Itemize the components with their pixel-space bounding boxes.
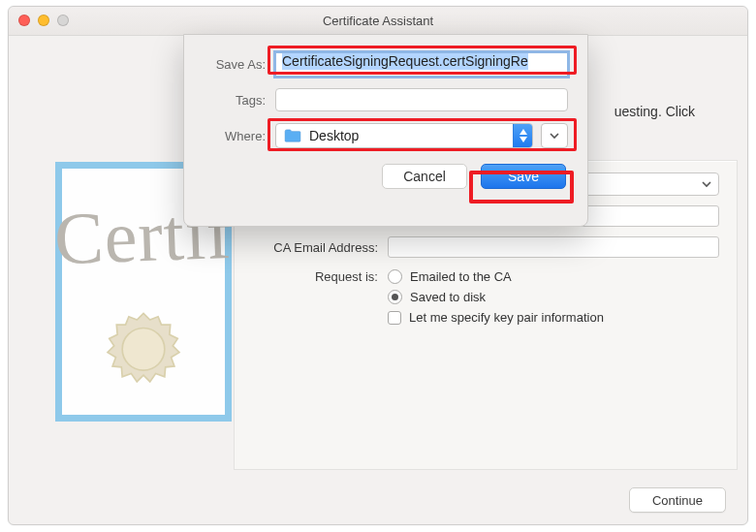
seal-icon	[103, 310, 184, 391]
instruction-text-fragment: uesting. Click	[614, 104, 695, 119]
tags-field[interactable]	[275, 88, 568, 111]
chevron-down-icon	[549, 131, 560, 141]
continue-button[interactable]: Continue	[629, 487, 726, 513]
where-expand-button[interactable]	[541, 123, 568, 148]
ca-email-field[interactable]	[388, 236, 719, 258]
folder-icon	[284, 129, 301, 142]
save-sheet: Save As: CertificateSigningRequest.certS…	[183, 34, 588, 227]
chevron-down-icon	[701, 177, 712, 191]
stepper-icon	[513, 124, 532, 147]
checkbox-icon	[388, 311, 401, 325]
radio-icon	[388, 290, 402, 304]
checkbox-specify-keypair[interactable]: Let me specify key pair information	[388, 310, 719, 325]
save-button-label: Save	[508, 169, 539, 184]
window-title: Certificate Assistant	[9, 7, 747, 35]
radio-label: Saved to disk	[410, 290, 486, 304]
radio-icon	[388, 269, 402, 284]
cancel-button[interactable]: Cancel	[382, 164, 467, 189]
title-bar: Certificate Assistant	[9, 7, 747, 36]
svg-point-1	[122, 328, 165, 370]
ca-email-label: CA Email Address:	[252, 240, 388, 255]
save-button[interactable]: Save	[481, 164, 566, 189]
where-value: Desktop	[309, 128, 513, 143]
tags-label: Tags:	[204, 93, 275, 108]
where-label: Where:	[204, 129, 275, 143]
save-as-label: Save As:	[204, 57, 275, 72]
radio-saved-to-disk[interactable]: Saved to disk	[388, 290, 719, 304]
radio-label: Emailed to the CA	[410, 269, 512, 284]
cancel-button-label: Cancel	[403, 169, 446, 184]
save-as-value: CertificateSigningRequest.certSigningRe	[282, 52, 528, 70]
checkbox-label: Let me specify key pair information	[409, 310, 604, 325]
continue-button-label: Continue	[652, 493, 703, 508]
where-dropdown[interactable]: Desktop	[275, 123, 533, 148]
save-as-field[interactable]: CertificateSigningRequest.certSigningRe	[275, 52, 568, 77]
radio-emailed-to-ca[interactable]: Emailed to the CA	[388, 269, 719, 284]
request-is-label: Request is:	[252, 267, 388, 284]
